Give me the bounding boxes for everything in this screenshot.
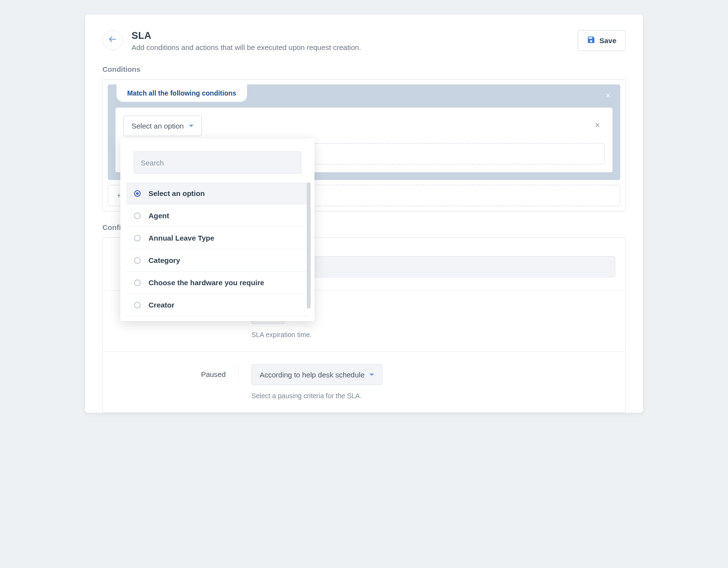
condition-field-select[interactable]: Select an option [123,115,202,136]
page-title: SLA [132,30,361,41]
dropdown-option-creator[interactable]: Creator [126,294,309,316]
radio-icon [134,302,141,308]
dropdown-option-select-an-option[interactable]: Select an option [126,182,309,205]
expiration-helper-text: SLA expiration time. [251,331,615,339]
dropdown-option-label: Creator [149,301,174,309]
close-match-block-button[interactable] [605,91,612,101]
conditions-panel: Match all the following conditions Selec… [102,79,626,211]
conditions-section-label: Conditions [102,65,626,73]
save-button[interactable]: Save [578,30,626,51]
paused-select[interactable]: According to help desk schedule [251,364,382,385]
dropdown-option-category[interactable]: Category [126,249,309,272]
save-icon [587,35,596,46]
scrollbar[interactable] [307,182,311,308]
dropdown-option-label: Choose the hardware you require [149,278,264,287]
dropdown-search-input[interactable] [133,151,301,174]
remove-condition-button[interactable] [590,120,605,132]
radio-icon [134,235,141,242]
radio-icon [134,257,141,264]
paused-select-value: According to help desk schedule [260,371,364,379]
back-button[interactable] [102,30,123,50]
back-arrow-icon [108,34,117,46]
save-button-label: Save [599,36,616,45]
chevron-down-icon [369,373,374,376]
dropdown-option-choose-hardware[interactable]: Choose the hardware you require [126,272,309,294]
dropdown-option-annual-leave-type[interactable]: Annual Leave Type [126,227,309,249]
dropdown-option-label: Annual Leave Type [149,234,215,242]
dropdown-option-label: Category [149,256,180,264]
paused-helper-text: Select a pausing criteria for the SLA. [251,392,615,400]
radio-icon [134,279,141,286]
condition-field-dropdown: Select an option Agent Annual Leave Type… [120,139,314,321]
radio-icon [134,190,141,197]
config-row-paused: Paused According to help desk schedule S… [103,352,625,412]
dropdown-option-agent[interactable]: Agent [126,205,309,227]
dropdown-option-label: Agent [149,211,169,220]
match-tab[interactable]: Match all the following conditions [116,84,247,102]
select-value: Select an option [132,122,184,130]
radio-icon [134,212,141,219]
dropdown-option-label: Select an option [149,189,205,197]
config-label-paused: Paused [113,364,239,378]
chevron-down-icon [189,125,194,127]
dropdown-options-list: Select an option Agent Annual Leave Type… [126,182,309,316]
page-subtitle: Add conditions and actions that will be … [132,43,361,51]
